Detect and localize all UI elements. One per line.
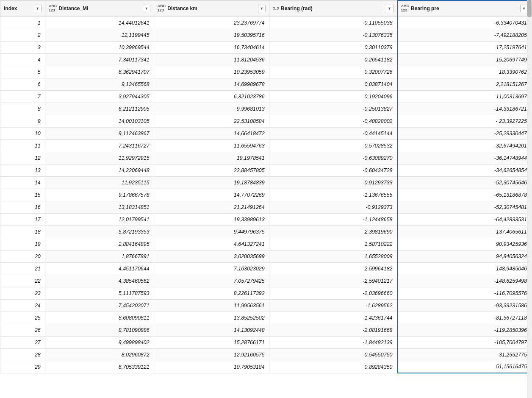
cell-bearing_rad: -0,9129373 [269, 201, 397, 213]
cell-bearing_rad: 2,59964182 [269, 262, 397, 275]
cell-dist_km: 14,66418472 [154, 127, 269, 139]
cell-dist_mi: 6,705339121 [45, 361, 154, 373]
cell-dist_mi: 11,92972915 [45, 152, 154, 164]
cell-dist_mi: 14,44012641 [45, 17, 154, 29]
cell-index: 28 [0, 348, 45, 361]
cell-index: 19 [0, 238, 45, 250]
cell-bearing_pre: -116,7095576 [397, 287, 532, 299]
table-row: 86,2121129059,99681013-0,25013827-14,331… [0, 103, 532, 115]
table-row: 1314,2206944822,88457805-0,60434728-34,6… [0, 164, 532, 176]
cell-index: 17 [0, 213, 45, 225]
cell-bearing_rad: -0,63089270 [269, 152, 397, 164]
cell-bearing_rad: 0,32007726 [269, 66, 397, 78]
cell-bearing_pre: -52,30745481 [397, 201, 532, 213]
col-label-bearing_pre: Bearing pre [411, 6, 439, 11]
cell-dist_mi: 9,499898402 [45, 336, 154, 348]
col-type-icon-dist_km: ABC123 [158, 4, 166, 13]
cell-bearing_rad: 0,26541182 [269, 53, 397, 66]
table-row: 914,0010310522,53108584-0,40828002- 23,3… [0, 115, 532, 127]
col-header-dist_mi: ABC123Distance_Mi▼ [45, 0, 154, 17]
table-row: 47,34011734111,812045360,2654118215,2069… [0, 53, 532, 66]
cell-bearing_rad: 1,58710222 [269, 238, 397, 250]
cell-bearing_pre: -64,42833531 [397, 213, 532, 225]
cell-bearing_pre: -105,7004797 [397, 336, 532, 348]
cell-bearing_pre: 31,2552775 [397, 348, 532, 361]
cell-bearing_rad: 0,89284350 [269, 361, 397, 373]
cell-dist_mi: 1,87667891 [45, 250, 154, 262]
cell-index: 10 [0, 127, 45, 139]
cell-index: 20 [0, 250, 45, 262]
cell-index: 6 [0, 78, 45, 90]
cell-dist_km: 16,73404614 [154, 41, 269, 53]
data-table-container: Index▼ABC123Distance_Mi▼ABC123Distance k… [0, 0, 532, 398]
cell-bearing_rad: -1,84482139 [269, 336, 397, 348]
table-row: 212,119944519,50395716-0,13076335-7,4921… [0, 29, 532, 41]
cell-dist_km: 7,057279425 [154, 275, 269, 287]
table-row: 56,36294170710,239530590,3200772618,3390… [0, 66, 532, 78]
scrollbar[interactable] [527, 0, 532, 398]
cell-dist_mi: 8,608090811 [45, 312, 154, 324]
cell-index: 25 [0, 312, 45, 324]
table-row: 288,0296087212,921605750,5455075031,2552… [0, 348, 532, 361]
cell-dist_mi: 3,927944305 [45, 90, 154, 103]
table-row: 296,70533912110,790531840,8928435051,156… [0, 361, 532, 373]
cell-dist_mi: 2,884164895 [45, 238, 154, 250]
col-header-bearing_rad: 1.2Bearing (rad)▼ [269, 0, 397, 17]
cell-bearing_pre: -6,334070431 [397, 17, 532, 29]
cell-index: 18 [0, 225, 45, 238]
cell-dist_km: 14,13092448 [154, 324, 269, 336]
cell-bearing_pre: 17,25197641 [397, 41, 532, 53]
cell-bearing_pre: 51,15616475 [397, 361, 532, 373]
cell-index: 12 [0, 152, 45, 164]
cell-dist_km: 10,79053184 [154, 361, 269, 373]
table-row: 247,45420207111,99563561-1,6289562-93,33… [0, 299, 532, 312]
table-row: 1712,0179954119,33989613-1,12448658-64,4… [0, 213, 532, 225]
table-row: 159,17866757814,77072269-1,13676555-65,1… [0, 189, 532, 201]
table-row: 310,3986954416,734046140,3011037917,2519… [0, 41, 532, 53]
cell-bearing_rad: 0,54550750 [269, 348, 397, 361]
cell-dist_mi: 5,111787593 [45, 287, 154, 299]
cell-bearing_pre: -32,67494201 [397, 139, 532, 152]
cell-dist_km: 4,641327241 [154, 238, 269, 250]
cell-dist_km: 6,321023786 [154, 90, 269, 103]
cell-bearing_pre: 94,84056324 [397, 250, 532, 262]
scrollbar-thumb[interactable] [527, 0, 532, 17]
cell-index: 15 [0, 189, 45, 201]
cell-bearing_rad: -2,59401217 [269, 275, 397, 287]
cell-index: 4 [0, 53, 45, 66]
cell-dist_mi: 9,178667578 [45, 189, 154, 201]
cell-bearing_rad: -0,91293733 [269, 176, 397, 189]
cell-index: 21 [0, 262, 45, 275]
cell-dist_km: 19,18784839 [154, 176, 269, 189]
table-row: 268,78109088614,13092448-2,08191668-119,… [0, 324, 532, 336]
col-dropdown-index[interactable]: ▼ [34, 5, 42, 12]
cell-dist_km: 14,77072269 [154, 189, 269, 201]
cell-dist_km: 7,163023029 [154, 262, 269, 275]
col-dropdown-dist_km[interactable]: ▼ [258, 5, 266, 12]
cell-dist_mi: 11,9235115 [45, 176, 154, 189]
table-row: 1211,9297291519,1978541-0,63089270-36,14… [0, 152, 532, 164]
cell-dist_km: 9,449796375 [154, 225, 269, 238]
table-row: 1613,1831485121,21491264-0,9129373-52,30… [0, 201, 532, 213]
cell-dist_mi: 13,18314851 [45, 201, 154, 213]
table-row: 279,49989840215,28766171-1,84482139-105,… [0, 336, 532, 348]
cell-dist_km: 12,92160575 [154, 348, 269, 361]
cell-bearing_pre: 2,218151267 [397, 78, 532, 90]
cell-dist_km: 11,99563561 [154, 299, 269, 312]
table-row: 214,4511706447,1630230292,59964182148,94… [0, 262, 532, 275]
col-dropdown-dist_mi[interactable]: ▼ [143, 5, 150, 12]
cell-dist_mi: 6,362941707 [45, 66, 154, 78]
cell-bearing_pre: -7,492188205 [397, 29, 532, 41]
cell-index: 9 [0, 115, 45, 127]
cell-bearing_rad: -1,12448658 [269, 213, 397, 225]
col-dropdown-bearing_rad[interactable]: ▼ [386, 5, 393, 12]
cell-dist_mi: 12,01799541 [45, 213, 154, 225]
cell-dist_km: 9,99681013 [154, 103, 269, 115]
cell-bearing_rad: -2,08191668 [269, 324, 397, 336]
cell-index: 1 [0, 17, 45, 29]
col-label-dist_km: Distance km [167, 6, 197, 11]
cell-dist_mi: 8,781090886 [45, 324, 154, 336]
cell-bearing_pre: 11,00313697 [397, 90, 532, 103]
col-label-dist_mi: Distance_Mi [58, 6, 88, 11]
cell-dist_km: 15,28766171 [154, 336, 269, 348]
